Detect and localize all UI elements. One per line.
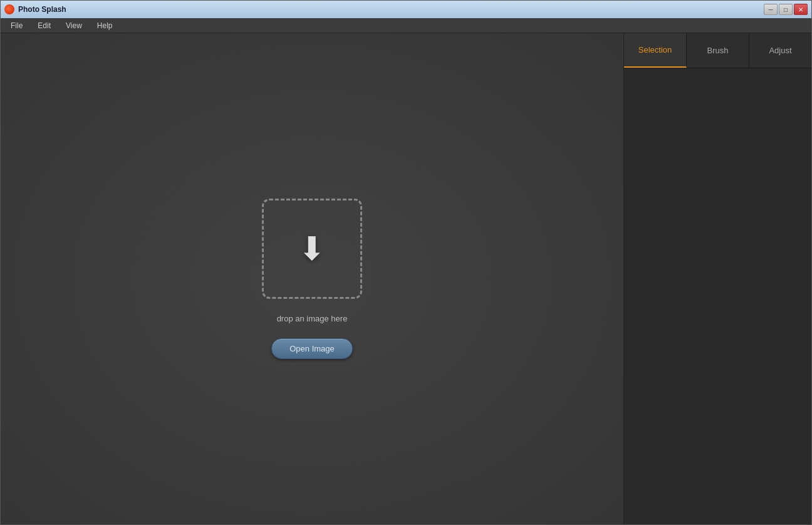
- right-panel: Selection Brush Adjust: [623, 33, 811, 524]
- main-area: ⬇ drop an image here Open Image Selectio…: [1, 33, 811, 524]
- app-icon: [4, 4, 14, 14]
- drop-hint-text: drop an image here: [277, 314, 348, 323]
- menu-view[interactable]: View: [60, 19, 88, 32]
- download-arrow-icon: ⬇: [298, 232, 326, 265]
- title-bar: Photo Splash ─ □ ✕: [1, 1, 811, 18]
- close-button[interactable]: ✕: [794, 4, 808, 15]
- app-title: Photo Splash: [18, 5, 66, 14]
- open-image-button[interactable]: Open Image: [271, 338, 353, 359]
- menu-bar: File Edit View Help: [1, 18, 811, 33]
- minimize-button[interactable]: ─: [764, 4, 778, 15]
- tab-adjust[interactable]: Adjust: [749, 33, 811, 68]
- menu-help[interactable]: Help: [91, 19, 119, 32]
- maximize-button[interactable]: □: [779, 4, 793, 15]
- panel-content: [624, 68, 811, 524]
- canvas-area: ⬇ drop an image here Open Image: [1, 33, 623, 524]
- window-controls: ─ □ ✕: [764, 4, 808, 15]
- app-window: Photo Splash ─ □ ✕ File Edit View Help ⬇…: [0, 0, 812, 525]
- menu-file[interactable]: File: [4, 19, 29, 32]
- tab-selection[interactable]: Selection: [624, 33, 687, 68]
- menu-edit[interactable]: Edit: [31, 19, 57, 32]
- tab-brush[interactable]: Brush: [687, 33, 749, 68]
- panel-tabs: Selection Brush Adjust: [624, 33, 811, 68]
- drop-zone[interactable]: ⬇: [262, 199, 362, 299]
- title-bar-left: Photo Splash: [4, 4, 66, 14]
